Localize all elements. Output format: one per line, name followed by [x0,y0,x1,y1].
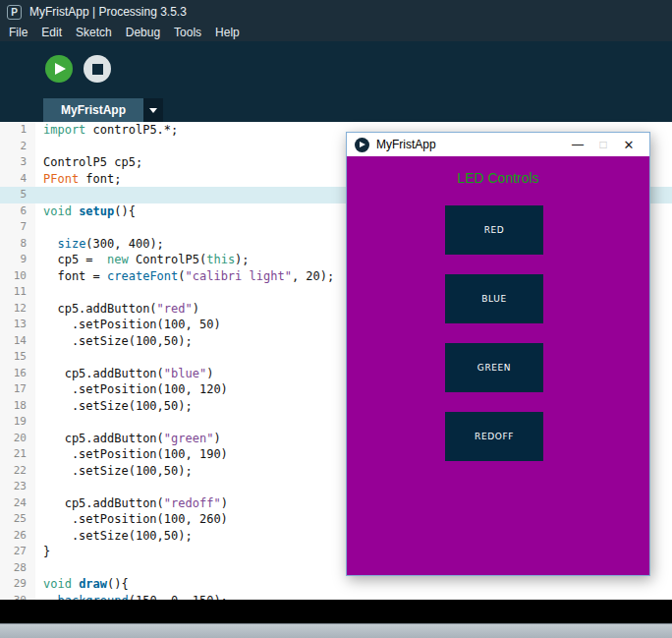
line-number: 18 [0,398,35,415]
led-controls-heading: LED Controls [457,170,538,186]
code-text: .setPosition(100, 120) [35,381,228,398]
line-number: 21 [0,446,35,463]
line-number: 19 [0,414,35,431]
console [0,600,672,623]
toolbar [0,41,672,98]
code-text: cp5.addButton("blue") [35,366,213,382]
code-text: .setSize(100,50); [35,528,193,545]
cp5-button-redoff[interactable]: REDOFF [445,412,543,461]
statusbar [0,623,672,638]
line-number: 12 [0,301,35,318]
close-button[interactable]: ✕ [616,138,642,152]
play-icon [360,142,365,147]
line-number: 24 [0,495,35,512]
menu-help[interactable]: Help [208,24,247,41]
line-number: 16 [0,366,35,382]
window-title: MyFristApp | Processing 3.5.3 [29,5,187,19]
code-text: .setPosition(100, 190) [35,446,228,463]
line-number: 29 [0,576,35,593]
code-text [35,187,43,203]
line-number: 11 [0,284,35,301]
tabbar: MyFristApp [0,98,672,122]
menu-sketch[interactable]: Sketch [69,24,119,41]
stop-icon [92,64,103,75]
line-number: 23 [0,479,35,495]
processing-logo-icon: P [7,5,22,20]
line-number: 28 [0,560,35,577]
line-number: 4 [0,171,35,188]
cp5-button-green[interactable]: GREEN [445,343,543,392]
code-text [35,560,43,577]
code-text: font = createFont("calibri light", 20); [35,268,334,285]
code-text: void setup(){ [35,203,136,220]
menu-tools[interactable]: Tools [167,24,208,41]
code-text: .setSize(100,50); [35,463,193,480]
tab-dropdown-button[interactable] [143,98,163,122]
line-number: 20 [0,431,35,447]
code-text: background(150, 0, 150); [35,593,228,601]
stop-button[interactable] [84,55,111,83]
window-controls: — □ ✕ [565,138,642,152]
line-number: 7 [0,219,35,236]
code-text: .setSize(100,50); [35,398,193,415]
tab-label: MyFristApp [61,103,126,117]
line-number: 10 [0,268,35,285]
code-text [35,479,43,495]
cp5-button-red[interactable]: RED [445,205,543,255]
code-text [35,349,43,366]
code-text: cp5.addButton("green") [35,431,221,447]
sketch-window-title: MyFristApp [376,138,558,151]
code-text [35,284,43,301]
code-line: 30 background(150, 0, 150); [0,593,672,601]
code-text: void draw(){ [35,576,129,593]
menu-debug[interactable]: Debug [119,24,167,41]
cp5-button-blue[interactable]: BLUE [445,274,543,323]
sketch-titlebar: MyFristApp — □ ✕ [347,133,649,156]
line-number: 15 [0,349,35,366]
code-text: .setPosition(100, 260) [35,511,228,528]
code-text: ControlP5 cp5; [35,154,142,171]
minimize-button[interactable]: — [565,138,590,151]
menu-file[interactable]: File [2,24,34,41]
code-text [35,219,43,236]
code-text: } [35,544,50,560]
sketch-canvas: LED Controls REDBLUEGREENREDOFF [347,156,649,575]
line-number: 27 [0,544,35,560]
menu-edit[interactable]: Edit [34,24,69,41]
code-text: cp5 = new ControlP5(this); [35,252,250,268]
line-number: 13 [0,317,35,333]
line-number: 6 [0,203,35,220]
titlebar: P MyFristApp | Processing 3.5.3 [0,0,672,24]
sketch-window: MyFristApp — □ ✕ LED Controls REDBLUEGRE… [346,132,650,576]
code-text [35,139,43,155]
line-number: 3 [0,154,35,171]
code-line: 29void draw(){ [0,576,672,593]
code-text: import controlP5.*; [35,122,178,139]
line-number: 9 [0,252,35,268]
line-number: 22 [0,463,35,480]
run-button[interactable] [45,55,73,83]
code-text: size(300, 400); [35,236,164,253]
maximize-button[interactable]: □ [590,138,616,151]
code-text [35,414,43,431]
code-text: cp5.addButton("red") [35,301,199,318]
sketch-app-icon [355,138,369,152]
play-icon [55,63,66,75]
chevron-down-icon [149,108,157,113]
tab-myfristapp[interactable]: MyFristApp [43,98,143,122]
line-number: 2 [0,139,35,155]
line-number: 26 [0,528,35,545]
line-number: 5 [0,187,35,203]
code-text: PFont font; [35,171,121,188]
code-text: .setPosition(100, 50) [35,317,221,333]
line-number: 1 [0,122,35,139]
line-number: 17 [0,381,35,398]
line-number: 8 [0,236,35,253]
line-number: 30 [0,593,35,601]
line-number: 14 [0,333,35,350]
menubar: FileEditSketchDebugToolsHelp [0,24,672,41]
line-number: 25 [0,511,35,528]
code-text: .setSize(100,50); [35,333,193,350]
code-text: cp5.addButton("redoff") [35,495,228,512]
